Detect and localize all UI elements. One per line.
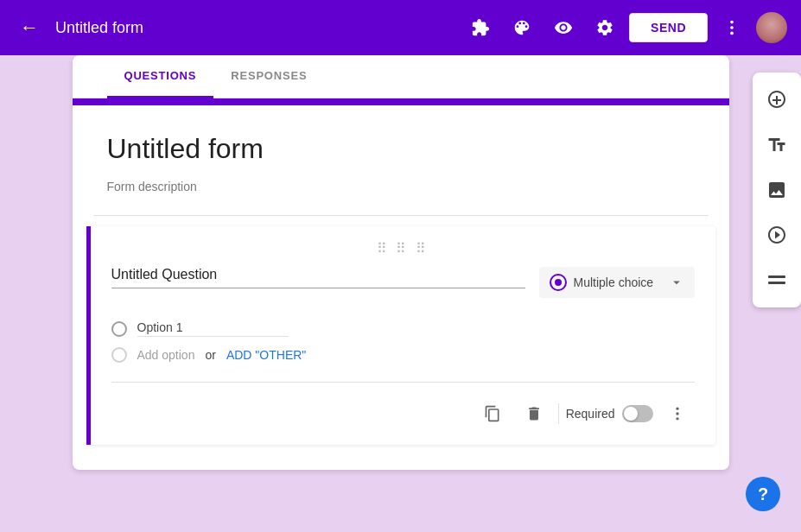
tab-questions[interactable]: QUESTIONS	[107, 55, 214, 98]
header-right: SEND	[463, 10, 787, 45]
delete-button[interactable]	[517, 396, 551, 431]
send-button[interactable]: SEND	[629, 13, 708, 42]
add-option-row: Add option or ADD "OTHER"	[111, 342, 695, 368]
option-1-input[interactable]	[137, 320, 289, 337]
duplicate-button[interactable]	[475, 396, 510, 431]
avatar-image	[756, 12, 787, 43]
required-label: Required	[566, 407, 615, 421]
palette-icon-button[interactable]	[505, 10, 539, 45]
form-title-input[interactable]	[107, 133, 695, 169]
play-circle-icon	[766, 225, 787, 245]
puzzle-icon	[471, 18, 490, 37]
type-icon-inner	[555, 279, 562, 286]
more-options-button[interactable]	[715, 10, 749, 45]
image-icon	[766, 180, 787, 200]
add-image-button[interactable]	[756, 169, 798, 211]
question-type-label: Multiple choice	[574, 276, 654, 289]
question-title-input[interactable]	[111, 267, 525, 288]
add-option-text[interactable]: Add option	[137, 348, 195, 362]
add-other-separator: or	[205, 348, 215, 362]
svg-point-0	[730, 21, 734, 24]
puzzle-icon-button[interactable]	[463, 10, 498, 45]
right-sidebar	[753, 73, 801, 307]
drag-handle[interactable]: ⠿ ⠿ ⠿	[111, 240, 695, 256]
option-row-1	[111, 315, 695, 342]
more-vert-icon	[722, 18, 741, 37]
delete-icon	[525, 405, 543, 422]
add-section-button[interactable]	[756, 259, 798, 301]
add-video-button[interactable]	[756, 214, 798, 256]
header: ← Untitled form SEND	[0, 0, 801, 55]
avatar[interactable]	[756, 12, 787, 43]
more-vert-question-icon	[669, 405, 686, 422]
multiple-choice-icon	[550, 274, 567, 291]
radio-option-1[interactable]	[111, 321, 127, 337]
svg-point-3	[676, 408, 678, 410]
type-select-left: Multiple choice	[550, 274, 654, 291]
form-container: QUESTIONS RESPONSES ⠿ ⠿ ⠿	[73, 55, 729, 470]
header-left: ← Untitled form	[14, 12, 463, 43]
settings-icon	[595, 18, 614, 37]
svg-point-1	[730, 26, 734, 29]
questions-section: ⠿ ⠿ ⠿ Multiple choice	[73, 216, 729, 469]
add-title-button[interactable]	[756, 124, 798, 166]
chevron-down-icon	[669, 275, 684, 290]
preview-icon-button[interactable]	[546, 10, 581, 45]
required-toggle: Required	[566, 405, 653, 422]
eye-icon	[554, 18, 573, 37]
help-button[interactable]: ?	[746, 477, 780, 511]
header-title: Untitled form	[55, 19, 143, 37]
back-button[interactable]: ←	[14, 12, 45, 43]
tab-responses[interactable]: RESPONSES	[213, 55, 324, 98]
required-toggle-thumb	[624, 407, 638, 421]
add-circle-icon	[766, 90, 787, 111]
text-fields-icon	[766, 135, 787, 155]
add-question-button[interactable]	[756, 79, 798, 121]
required-toggle-track[interactable]	[622, 405, 653, 422]
add-other-link[interactable]: ADD "OTHER"	[226, 348, 306, 362]
svg-rect-6	[768, 276, 785, 278]
question-card: ⠿ ⠿ ⠿ Multiple choice	[86, 226, 715, 445]
svg-point-5	[676, 417, 678, 420]
question-more-button[interactable]	[660, 396, 695, 431]
tabs: QUESTIONS RESPONSES	[73, 55, 729, 98]
footer-divider	[558, 403, 559, 424]
settings-icon-button[interactable]	[588, 10, 622, 45]
question-top-row: Multiple choice	[111, 267, 695, 298]
form-header-section	[73, 98, 729, 215]
palette-icon	[512, 18, 531, 37]
form-description-input[interactable]	[107, 180, 695, 194]
radio-add-option	[111, 347, 127, 363]
svg-point-2	[730, 32, 734, 35]
svg-rect-7	[768, 282, 785, 284]
svg-point-4	[676, 412, 678, 415]
copy-icon	[484, 405, 501, 422]
question-type-select[interactable]: Multiple choice	[539, 267, 695, 298]
horizontal-rule-icon	[766, 269, 787, 290]
main-area: QUESTIONS RESPONSES ⠿ ⠿ ⠿	[0, 55, 801, 470]
question-footer: Required	[111, 382, 695, 431]
